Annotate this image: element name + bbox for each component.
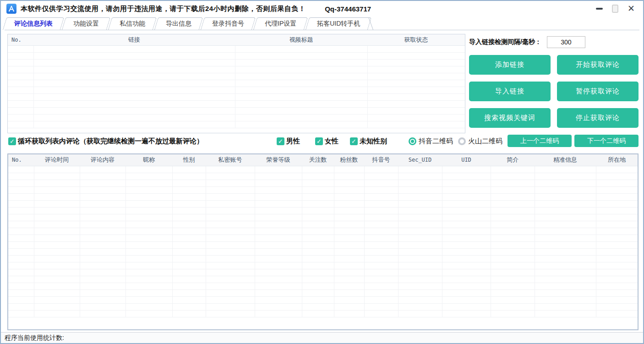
tab-login-douyin[interactable]: 登录抖音号 [202, 17, 254, 30]
tab-private-message[interactable]: 私信功能 [110, 17, 155, 30]
start-fetch-comments-button[interactable]: 开始获取评论 [557, 55, 639, 75]
comment-table-row[interactable] [8, 200, 638, 207]
comment-table-row[interactable] [8, 296, 638, 303]
add-link-button[interactable]: 添加链接 [469, 55, 551, 75]
tab-label: 导出信息 [166, 20, 191, 28]
link-table-row[interactable] [8, 66, 465, 73]
link-table-header[interactable]: 视频标题 [235, 34, 367, 45]
link-table-row[interactable] [8, 87, 465, 93]
link-table-row[interactable] [8, 59, 465, 66]
tab-proxy-ip-settings[interactable]: 代理IP设置 [255, 17, 306, 30]
tab-export-info[interactable]: 导出信息 [156, 17, 201, 30]
link-table-row[interactable] [8, 52, 465, 59]
prev-qrcode-button[interactable]: 上一个二维码 [508, 135, 572, 147]
comment-table-header[interactable]: UID [442, 154, 491, 166]
comment-table-row[interactable] [8, 193, 638, 200]
comment-table-row[interactable] [8, 186, 638, 193]
loop-fetch-option: ✓ 循环获取列表内评论（获取完继续检测一遍不放过最新评论） [8, 134, 203, 148]
next-qrcode-button[interactable]: 下一个二维码 [574, 135, 639, 147]
comment-table-header[interactable]: 抖音号 [364, 154, 398, 166]
tab-uid-to-phone[interactable]: 拓客UID转手机 [307, 17, 370, 30]
link-table-panel: No.链接视频标题获取状态 [7, 34, 465, 133]
comment-table-panel: No.评论时间评论内容昵称性别私密账号荣誉等级关注数粉丝数抖音号Sec_UIDU… [7, 153, 639, 330]
comment-table-row[interactable] [8, 235, 638, 241]
tab-label: 登录抖音号 [212, 20, 244, 28]
unknown-gender-checkbox[interactable]: ✓ [350, 137, 358, 145]
comment-table-row[interactable] [8, 207, 638, 214]
comment-table-row[interactable] [8, 262, 638, 269]
huoshan-qrcode-radio[interactable] [458, 137, 466, 145]
maximize-icon[interactable] [612, 5, 618, 13]
comment-table-row[interactable] [8, 180, 638, 186]
huoshan-qrcode-option: 火山二维码 [458, 134, 502, 148]
interval-setting-row: 导入链接检测间隔/毫秒： [469, 36, 639, 49]
link-table-row[interactable] [8, 121, 465, 128]
app-window: 本软件仅供学习交流使用，请勿用于违法用途，请于下载后24小时内删除，否则后果自负… [0, 0, 644, 344]
comment-table-header[interactable]: 评论时间 [34, 154, 80, 166]
male-checkbox[interactable]: ✓ [277, 137, 284, 145]
link-table-header[interactable]: 获取状态 [367, 34, 465, 45]
comment-table-row[interactable] [8, 241, 638, 248]
filter-options-row: ✓ 循环获取列表内评论（获取完继续检测一遍不放过最新评论） ✓ 男性 ✓ 女性 … [7, 134, 639, 148]
stop-fetch-comments-button[interactable]: 停止获取评论 [557, 108, 639, 128]
comment-table-row[interactable] [8, 289, 638, 296]
close-icon[interactable]: ✕ [628, 5, 635, 13]
link-table-header[interactable]: No. [8, 34, 33, 45]
link-table: No.链接视频标题获取状态 [8, 34, 465, 128]
unknown-gender-option: ✓ 未知性别 [350, 134, 387, 148]
tab-comment-info-list[interactable]: 评论信息列表 [5, 17, 62, 30]
female-checkbox[interactable]: ✓ [315, 137, 323, 145]
tab-label: 代理IP设置 [265, 20, 296, 28]
comment-table-header[interactable]: 昵称 [126, 154, 172, 166]
comment-table-row[interactable] [8, 255, 638, 262]
comment-table-row[interactable] [8, 303, 638, 310]
comment-table-row[interactable] [8, 214, 638, 221]
comment-table-header[interactable]: 性别 [172, 154, 206, 166]
comment-table-row[interactable] [8, 173, 638, 180]
search-video-keyword-button[interactable]: 搜索视频关键词 [469, 108, 551, 128]
comment-table-header[interactable]: No. [8, 154, 34, 166]
comment-table-header[interactable]: 荣誉等级 [255, 154, 302, 166]
app-logo-icon [6, 4, 16, 14]
loop-fetch-checkbox[interactable]: ✓ [8, 137, 16, 145]
comment-table-row[interactable] [8, 221, 638, 228]
comment-table-row[interactable] [8, 269, 638, 276]
import-link-button[interactable]: 导入链接 [469, 82, 551, 101]
comment-table-header[interactable]: 粉丝数 [334, 154, 364, 166]
qq-contact: Qq-374463717 [325, 5, 371, 13]
comment-table-header[interactable]: 精准信息 [535, 154, 596, 166]
link-table-header[interactable]: 链接 [33, 34, 235, 45]
link-table-row[interactable] [8, 80, 465, 87]
status-bar: 程序当前使用统计数: [1, 332, 643, 343]
interval-input[interactable] [547, 36, 585, 48]
comment-table-row[interactable] [8, 166, 638, 173]
comment-table-row[interactable] [8, 283, 638, 289]
link-table-row[interactable] [8, 45, 465, 52]
comment-table-row[interactable] [8, 276, 638, 283]
comment-table-row[interactable] [8, 248, 638, 255]
comment-table-header[interactable]: 所在地 [596, 154, 638, 166]
comment-table-row[interactable] [8, 228, 638, 235]
link-table-row[interactable] [8, 100, 465, 107]
comment-table-header[interactable]: Sec_UID [398, 154, 442, 166]
tab-label: 功能设置 [73, 20, 99, 28]
comment-table-header[interactable]: 关注数 [302, 154, 334, 166]
link-table-row[interactable] [8, 107, 465, 114]
link-table-row[interactable] [8, 73, 465, 80]
douyin-qrcode-option: 抖音二维码 [409, 134, 453, 148]
tab-function-settings[interactable]: 功能设置 [64, 17, 109, 30]
douyin-qrcode-radio[interactable] [409, 137, 416, 145]
female-label: 女性 [325, 137, 338, 146]
comment-table-header[interactable]: 评论内容 [80, 154, 126, 166]
tab-label: 私信功能 [120, 20, 145, 28]
comment-table-header[interactable]: 简介 [491, 154, 535, 166]
comment-table-row[interactable] [8, 310, 638, 317]
comment-table-header[interactable]: 私密账号 [206, 154, 255, 166]
link-table-row[interactable] [8, 114, 465, 121]
tab-label: 评论信息列表 [14, 20, 53, 28]
link-table-row[interactable] [8, 93, 465, 100]
pause-fetch-comments-button[interactable]: 暂停获取评论 [557, 82, 639, 101]
minimize-icon[interactable] [596, 8, 603, 10]
tab-label: 拓客UID转手机 [317, 20, 360, 28]
unknown-gender-label: 未知性别 [360, 137, 387, 146]
